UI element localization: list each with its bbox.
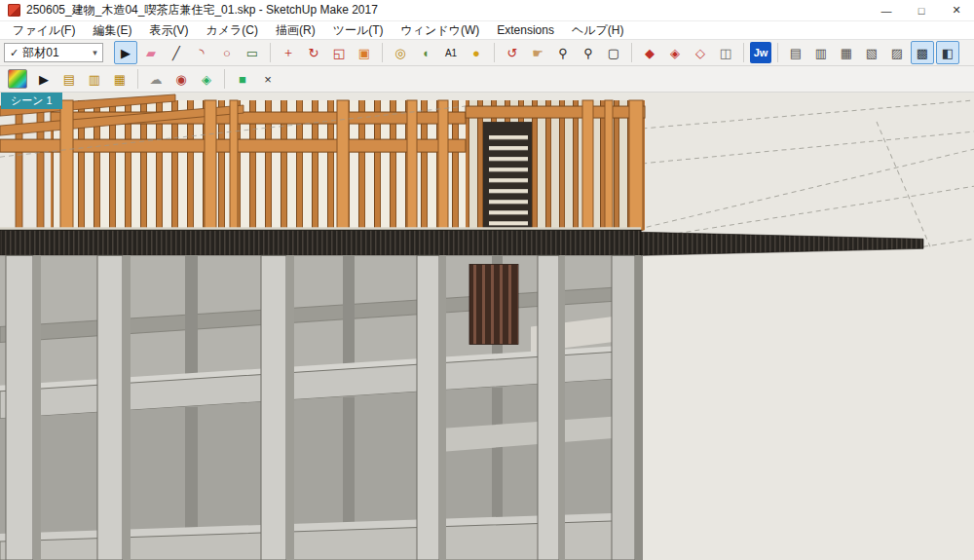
circle-tool-icon[interactable]: ○ [215,41,239,64]
section-plane-icon[interactable]: ◫ [714,41,737,64]
menu-edit[interactable]: 編集(E) [84,20,140,41]
text-tool-icon[interactable]: A1 [439,41,463,64]
component-box-icon-3[interactable]: ▦ [108,67,131,91]
style-shaded-icon[interactable]: ▧ [860,41,883,64]
viewport[interactable]: シーン 1 [0,93,974,560]
plugin-icon-1[interactable]: ◆ [638,41,661,64]
sketchup-app-icon [8,4,20,17]
checkmark-icon: ✓ [10,47,19,59]
rotate-tool-icon[interactable]: ↻ [302,41,325,64]
window-title: 250605_建物_木造04_喫茶店兼住宅_01.skp - SketchUp … [26,2,378,19]
toolbar-separator [777,43,778,62]
brick-stair-wall [469,264,518,344]
plugin-icon-2[interactable]: ◈ [663,41,687,64]
tape-measure-tool-icon[interactable]: ◎ [389,41,412,64]
green-cube-icon[interactable]: ■ [231,67,254,91]
component-combobox-value: 部材01 [22,45,58,61]
concrete-frame-group [0,255,643,560]
style-wireframe-icon[interactable]: ▥ [809,41,833,64]
materials-palette-icon[interactable] [8,69,27,89]
menubar: ファイル(F)編集(E)表示(V)カメラ(C)描画(R)ツール(T)ウィンドウ(… [0,21,974,40]
component-combobox[interactable]: ✓ 部材01 ▾ [4,43,103,62]
jw-cad-button[interactable]: Jw [750,42,771,63]
toolbar-separator [631,43,632,62]
style-monochrome-icon[interactable]: ▩ [911,41,934,64]
zoom-window-tool-icon[interactable]: ⚲ [577,41,600,64]
move-tool-icon[interactable]: ＋ [277,41,300,64]
close-button[interactable]: ✕ [939,0,974,20]
toolbar-separator [382,43,383,62]
zoom-extents-tool-icon[interactable]: ▢ [602,41,625,64]
arc-tool-icon[interactable]: ◝ [190,41,213,64]
style-xray-icon[interactable]: ▤ [784,41,807,64]
timber-frame-group [0,94,645,230]
main-toolbar: ✓ 部材01 ▾ ▶▰╱◝○▭＋↻◱▣◎◖A1●↺☛⚲⚲▢◆◈◇◫Jw▤▥▦▧▨… [0,40,974,66]
component-box-icon-2[interactable]: ▥ [83,67,106,91]
menu-view[interactable]: 表示(V) [140,20,197,41]
orbit-tool-icon[interactable]: ↺ [501,41,524,64]
style-textured-icon[interactable]: ▨ [885,41,909,64]
menu-help[interactable]: ヘルプ(H) [563,20,633,41]
minimize-button[interactable]: — [869,0,904,20]
menu-file[interactable]: ファイル(F) [4,20,84,41]
menu-camera[interactable]: カメラ(C) [197,20,267,41]
main-toolbar-icons: ▶▰╱◝○▭＋↻◱▣◎◖A1●↺☛⚲⚲▢◆◈◇◫Jw▤▥▦▧▨▩◧ [113,41,960,64]
menu-tools[interactable]: ツール(T) [324,20,393,41]
maximize-button[interactable]: □ [904,0,939,20]
titlebar: 250605_建物_木造04_喫茶店兼住宅_01.skp - SketchUp … [0,0,974,21]
component-box-icon-1[interactable]: ▤ [57,67,81,91]
rectangle-tool-icon[interactable]: ▭ [241,41,264,64]
sketchup-window: 250605_建物_木造04_喫茶店兼住宅_01.skp - SketchUp … [0,0,974,560]
component-select-icon[interactable]: ▶ [32,67,56,91]
toolbar-separator [137,69,138,89]
protractor-tool-icon[interactable]: ◖ [414,41,437,64]
paint-bucket-tool-icon[interactable]: ● [465,41,488,64]
stair-treads [489,131,528,227]
secondary-toolbar: ▶▤▥▦☁◉◈■× [0,66,974,93]
pan-tool-icon[interactable]: ☛ [526,41,549,64]
toolbar-separator [224,69,225,89]
select-tool-icon[interactable]: ▶ [114,41,137,64]
toolbar-separator [270,43,271,62]
menu-extensions[interactable]: Extensions [488,21,563,39]
plugin-icon-3[interactable]: ◇ [689,41,712,64]
scene-tab-1[interactable]: シーン 1 [1,93,62,109]
toolbar-separator [743,43,744,62]
gem-tool-icon[interactable]: ◈ [195,67,218,91]
push-pull-tool-icon[interactable]: ▣ [353,41,376,64]
zoom-tool-icon[interactable]: ⚲ [551,41,575,64]
model-canvas[interactable] [0,93,974,560]
menu-draw[interactable]: 描画(R) [267,20,324,41]
eraser-tool-icon[interactable]: ▰ [139,41,163,64]
style-hidden-line-icon[interactable]: ▦ [835,41,858,64]
window-controls: — □ ✕ [869,0,974,20]
shapes-tool-icon[interactable]: ◉ [169,67,193,91]
close-toolbar-icon[interactable]: × [256,67,280,91]
sandbox-tool-icon[interactable]: ☁ [144,67,168,91]
line-tool-icon[interactable]: ╱ [165,41,188,64]
secondary-toolbar-icons: ▶▤▥▦☁◉◈■× [4,67,281,91]
chevron-down-icon[interactable]: ▾ [88,48,102,57]
menu-window[interactable]: ウィンドウ(W) [393,20,489,41]
style-back-edges-icon[interactable]: ◧ [936,41,959,64]
scale-tool-icon[interactable]: ◱ [327,41,351,64]
toolbar-separator [494,43,495,62]
